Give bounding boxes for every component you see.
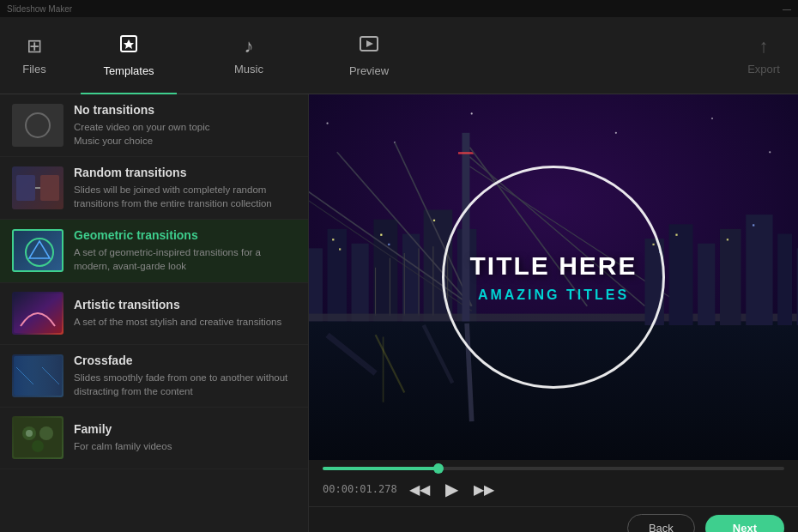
- preview-subtitle: AMAZING TITLES: [478, 287, 629, 303]
- progress-track[interactable]: [323, 467, 784, 470]
- nav-preview-label: Preview: [349, 64, 389, 77]
- template-title-family: Family: [74, 422, 296, 436]
- window-title: Slideshow Maker: [7, 4, 72, 14]
- preview-title: TITLE HERE: [469, 251, 637, 281]
- step-forward-button[interactable]: ▶▶: [470, 478, 498, 501]
- template-desc-artistic: A set of the most stylish and creative t…: [74, 315, 296, 329]
- svg-point-22: [471, 112, 473, 114]
- thumb-geometric: [12, 229, 63, 272]
- template-title-artistic: Artistic transitions: [74, 298, 296, 311]
- controls-bar: 00:00:01.278 ◀◀ ▶ ▶▶: [309, 460, 798, 506]
- preview-icon: [359, 33, 379, 59]
- templates-icon: [118, 33, 139, 59]
- svg-rect-69: [675, 234, 677, 236]
- time-display: 00:00:01.278: [323, 483, 397, 495]
- svg-point-17: [32, 440, 44, 452]
- svg-marker-8: [29, 241, 50, 258]
- svg-point-18: [26, 430, 33, 437]
- template-family[interactable]: Family For calm family videos: [0, 408, 308, 469]
- thumb-no-transitions: [12, 104, 63, 147]
- nav-music-label: Music: [234, 63, 263, 76]
- template-random-transitions[interactable]: Random transitions Slides will be joined…: [0, 157, 308, 220]
- template-crossfade[interactable]: Crossfade Slides smoothly fade from one …: [0, 345, 308, 408]
- template-title-random: Random transitions: [74, 166, 296, 179]
- step-back-button[interactable]: ◀◀: [406, 478, 433, 501]
- svg-rect-34: [339, 248, 341, 250]
- main-content: No transitions Create video on your own …: [0, 94, 798, 532]
- template-info-random: Random transitions Slides will be joined…: [74, 166, 296, 210]
- template-info-artistic: Artistic transitions A set of the most s…: [74, 298, 296, 329]
- top-nav: ⊞ Files Templates ♪ Music Preview ↑ Expo…: [0, 17, 798, 94]
- svg-rect-33: [332, 239, 334, 240]
- nav-templates[interactable]: Templates: [69, 17, 189, 94]
- svg-rect-4: [16, 175, 35, 201]
- music-icon: ♪: [245, 35, 254, 57]
- svg-point-23: [615, 132, 617, 134]
- transport-controls: 00:00:01.278 ◀◀ ▶ ▶▶: [323, 475, 784, 503]
- nav-files[interactable]: ⊞ Files: [0, 17, 69, 94]
- back-button[interactable]: Back: [627, 514, 695, 532]
- template-desc-random: Slides will be joined with completely ra…: [74, 183, 296, 210]
- template-desc-geometric: A set of geometric-inspired transitions …: [74, 245, 296, 273]
- svg-point-25: [769, 151, 771, 153]
- template-artistic-transitions[interactable]: Artistic transitions A set of the most s…: [0, 283, 308, 345]
- template-title-geometric: Geometric transitions: [74, 228, 296, 242]
- title-overlay: TITLE HERE AMAZING TITLES: [442, 166, 665, 389]
- template-no-transitions[interactable]: No transitions Create video on your own …: [0, 94, 308, 157]
- thumb-artistic: [12, 292, 63, 335]
- files-icon: ⊞: [27, 35, 42, 57]
- video-preview: TITLE HERE AMAZING TITLES: [309, 94, 798, 460]
- thumb-family: [12, 416, 63, 459]
- svg-rect-27: [328, 229, 347, 325]
- title-bar: Slideshow Maker —: [0, 0, 798, 17]
- svg-rect-65: [777, 234, 792, 326]
- svg-point-20: [326, 123, 328, 124]
- nav-music[interactable]: ♪ Music: [189, 17, 309, 94]
- template-info-no-transitions: No transitions Create video on your own …: [74, 103, 296, 148]
- svg-marker-3: [366, 40, 373, 47]
- template-desc-no-transitions: Create video on your own topic Music you…: [74, 120, 296, 148]
- play-button[interactable]: ▶: [442, 475, 462, 503]
- thumb-random-transitions: [12, 166, 63, 209]
- svg-rect-64: [746, 215, 772, 325]
- template-title-no-transitions: No transitions: [74, 103, 296, 117]
- template-desc-crossfade: Slides smoothly fade from one to another…: [74, 371, 296, 398]
- export-icon: ↑: [759, 35, 769, 57]
- progress-thumb[interactable]: [433, 463, 444, 474]
- svg-point-7: [26, 239, 53, 266]
- nav-files-label: Files: [22, 63, 45, 76]
- svg-marker-1: [124, 39, 134, 49]
- nav-preview[interactable]: Preview: [309, 17, 429, 94]
- template-geometric-transitions[interactable]: Geometric transitions A set of geometric…: [0, 220, 308, 282]
- svg-rect-70: [727, 239, 728, 240]
- svg-rect-61: [669, 224, 693, 325]
- svg-rect-29: [373, 220, 397, 325]
- template-info-crossfade: Crossfade Slides smoothly fade from one …: [74, 354, 296, 398]
- svg-point-24: [711, 118, 713, 119]
- svg-rect-62: [698, 244, 715, 325]
- template-info-family: Family For calm family videos: [74, 422, 296, 453]
- nav-templates-label: Templates: [103, 64, 154, 77]
- next-button[interactable]: Next: [705, 515, 784, 532]
- templates-sidebar: No transitions Create video on your own …: [0, 94, 309, 532]
- svg-rect-71: [753, 224, 754, 226]
- svg-rect-50: [458, 152, 474, 154]
- svg-rect-35: [380, 234, 382, 236]
- bottom-bar: Back Next: [309, 506, 798, 532]
- svg-rect-36: [388, 244, 390, 245]
- template-desc-family: For calm family videos: [74, 439, 296, 453]
- svg-rect-30: [402, 234, 420, 326]
- right-panel: TITLE HERE AMAZING TITLES 00:00:01.278 ◀…: [309, 94, 798, 532]
- template-title-crossfade: Crossfade: [74, 354, 296, 367]
- nav-export-label: Export: [747, 63, 780, 76]
- svg-point-16: [39, 426, 53, 440]
- nav-export: ↑ Export: [729, 17, 798, 94]
- progress-bar-container: [323, 467, 784, 470]
- svg-rect-37: [433, 220, 435, 221]
- thumb-crossfade: [12, 354, 63, 397]
- svg-rect-11: [14, 356, 62, 396]
- window-close-icon[interactable]: —: [783, 4, 791, 14]
- svg-rect-28: [352, 244, 369, 325]
- svg-rect-5: [40, 175, 59, 201]
- progress-fill: [323, 467, 438, 470]
